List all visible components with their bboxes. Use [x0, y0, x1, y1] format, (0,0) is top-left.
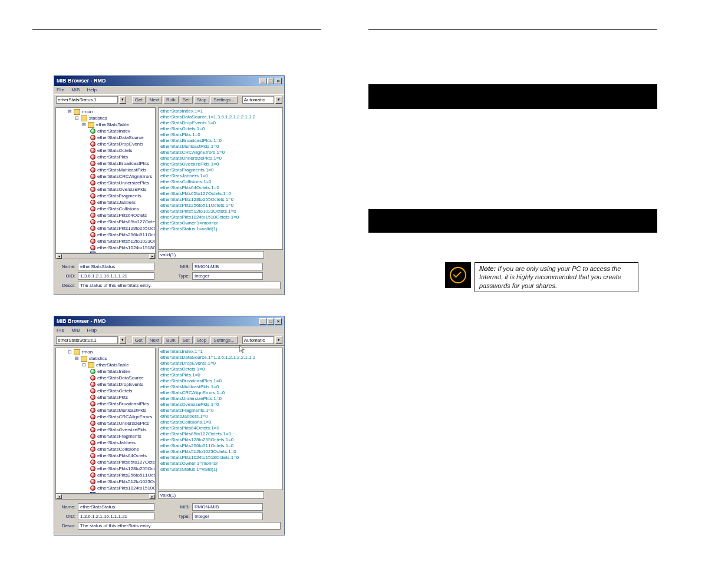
- mib-field[interactable]: RMON-MIB: [192, 503, 263, 511]
- leaf-icon: [90, 226, 95, 231]
- menu-help[interactable]: Help: [87, 328, 97, 333]
- settings-button[interactable]: Settings...: [210, 336, 238, 344]
- type-label: Type:: [172, 273, 192, 279]
- descr-field[interactable]: The status of this etherStats entry.: [78, 282, 281, 289]
- horizontal-scrollbar[interactable]: ◂▸: [55, 253, 156, 259]
- window-titlebar: MIB Browser - RMD _ □ ×: [54, 76, 284, 86]
- name-field[interactable]: etherStatsStatus: [78, 263, 154, 270]
- mib-label: MIB:: [172, 504, 192, 510]
- window-title: MIB Browser - RMD: [57, 78, 106, 84]
- folder-icon: [81, 356, 87, 362]
- descr-field[interactable]: The status of this etherStats entry.: [78, 522, 281, 530]
- get-button[interactable]: Get: [132, 96, 146, 104]
- get-button[interactable]: Get: [132, 336, 146, 344]
- set-button[interactable]: Set: [180, 336, 193, 344]
- menu-file[interactable]: File: [57, 87, 64, 92]
- window-titlebar: MIB Browser - RMD _ □ ×: [54, 316, 284, 326]
- menu-file[interactable]: File: [57, 328, 64, 333]
- mib-browser-window-2: MIB Browser - RMD _ □ × File MIB Help et…: [54, 316, 285, 535]
- toolbar: etherStatsStatus.1 ▾ Get Next Bulk Set S…: [54, 94, 284, 105]
- oid-field[interactable]: 1.3.6.1.2.1.16.1.1.1.21: [78, 272, 154, 280]
- dropdown-icon[interactable]: ▾: [119, 336, 126, 344]
- dropdown-icon[interactable]: ▾: [275, 96, 282, 104]
- leaf-icon: [90, 472, 95, 478]
- leaf-icon: [90, 395, 95, 400]
- oid-input[interactable]: etherStatsStatus.1: [56, 336, 118, 344]
- oid-label: OID:: [58, 273, 78, 279]
- mib-field[interactable]: RMON-MIB: [192, 263, 263, 270]
- window-title: MIB Browser - RMD: [57, 318, 106, 325]
- descr-label: Descr:: [58, 523, 78, 529]
- mode-select[interactable]: Automatic: [242, 336, 275, 344]
- leaf-icon: [90, 213, 95, 218]
- menu-mib[interactable]: MIB: [71, 87, 80, 92]
- leaf-icon: [90, 187, 95, 192]
- settings-button[interactable]: Settings...: [210, 96, 238, 104]
- menu-help[interactable]: Help: [87, 87, 97, 92]
- minimize-icon[interactable]: _: [259, 78, 266, 84]
- bulk-button[interactable]: Bulk: [163, 336, 179, 344]
- leaf-icon: [90, 453, 95, 458]
- cursor-icon: [239, 345, 246, 354]
- leaf-icon: [90, 369, 95, 374]
- close-icon[interactable]: ×: [275, 318, 282, 325]
- stop-button[interactable]: Stop: [194, 336, 209, 344]
- details-panel: Name:etherStatsStatus OID:1.3.6.1.2.1.16…: [54, 501, 284, 535]
- bulk-button[interactable]: Bulk: [163, 96, 179, 104]
- name-field[interactable]: etherStatsStatus: [78, 503, 154, 511]
- type-field[interactable]: Integer: [192, 513, 263, 520]
- descr-label: Descr:: [58, 283, 78, 289]
- leaf-icon: [90, 485, 95, 491]
- next-button[interactable]: Next: [147, 96, 162, 104]
- mib-label: MIB:: [172, 264, 192, 270]
- menubar: File MIB Help: [54, 326, 284, 335]
- leaf-icon: [90, 219, 95, 224]
- mode-select[interactable]: Automatic: [242, 96, 275, 104]
- mib-tree[interactable]: ⊟rmon ⊟statistics ⊟etherStatsTable ether…: [55, 107, 156, 253]
- check-icon: [445, 262, 471, 288]
- menu-mib[interactable]: MIB: [71, 328, 80, 333]
- mib-tree[interactable]: ⊟rmon ⊟statistics ⊟etherStatsTable ether…: [55, 348, 156, 494]
- note-label: Note:: [479, 265, 496, 272]
- leaf-icon: [90, 479, 95, 484]
- stop-button[interactable]: Stop: [194, 96, 209, 104]
- oid-input[interactable]: etherStatsStatus.1: [56, 96, 118, 104]
- right-column: Note: If you are only using your PC to a…: [368, 29, 657, 535]
- dropdown-icon[interactable]: ▾: [119, 96, 126, 104]
- toolbar: etherStatsStatus.1 ▾ Get Next Bulk Set S…: [54, 335, 284, 346]
- folder-icon: [88, 122, 94, 128]
- maximize-icon[interactable]: □: [267, 318, 274, 325]
- dropdown-icon[interactable]: ▾: [275, 336, 282, 344]
- next-button[interactable]: Next: [147, 336, 162, 344]
- folder-icon: [74, 109, 80, 115]
- oid-field[interactable]: 1.3.6.1.2.1.16.1.1.1.21: [78, 513, 154, 520]
- result-status-field[interactable]: valid(1): [158, 491, 264, 499]
- leaf-icon: [90, 421, 95, 426]
- type-label: Type:: [172, 514, 192, 520]
- type-field[interactable]: Integer: [192, 272, 263, 280]
- leaf-icon: [90, 434, 95, 439]
- horizontal-scrollbar[interactable]: ◂▸: [55, 494, 156, 500]
- leaf-icon: [90, 141, 95, 147]
- close-icon[interactable]: ×: [275, 78, 282, 84]
- note-callout: Note: If you are only using your PC to a…: [445, 262, 657, 292]
- leaf-icon: [90, 135, 95, 140]
- maximize-icon[interactable]: □: [267, 78, 274, 84]
- leaf-icon: [90, 161, 95, 166]
- set-button[interactable]: Set: [180, 96, 193, 104]
- menubar: File MIB Help: [54, 86, 284, 94]
- redacted-bar: [368, 209, 657, 233]
- name-label: Name:: [58, 504, 78, 510]
- minimize-icon[interactable]: _: [259, 318, 266, 325]
- leaf-icon: [90, 174, 95, 179]
- leaf-icon: [90, 440, 95, 445]
- results-pane: etherStatsIndex.1=1 etherStatsDataSource…: [158, 107, 283, 250]
- leaf-icon: [90, 245, 95, 250]
- leaf-icon: [90, 401, 95, 406]
- result-status-field[interactable]: valid(1): [158, 251, 264, 259]
- leaf-icon: [90, 180, 95, 186]
- page-rule: [32, 29, 321, 30]
- leaf-icon: [90, 447, 95, 452]
- folder-icon: [74, 349, 80, 355]
- folder-icon: [81, 115, 87, 121]
